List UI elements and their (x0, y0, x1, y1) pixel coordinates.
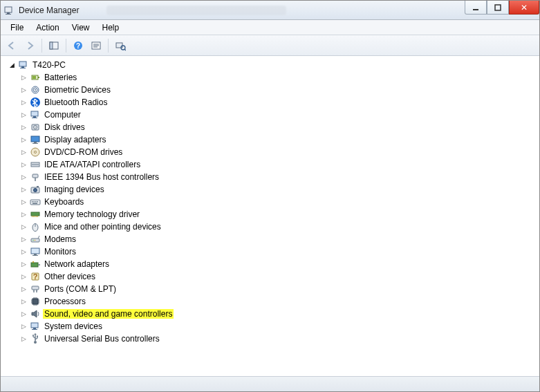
expand-arrow-icon[interactable]: ▷ (19, 223, 28, 231)
tree-node-label: Ports (COM & LPT) (43, 284, 118, 294)
expand-arrow-icon[interactable]: ▷ (19, 210, 28, 218)
menu-help[interactable]: Help (97, 21, 125, 34)
tree-root-node[interactable]: ◢ T420-PC (6, 59, 534, 71)
svg-rect-28 (32, 118, 37, 118)
tree-pane[interactable]: ◢ T420-PC ▷ Batteries ▷ Biometric Device… (1, 56, 539, 376)
show-hide-console-tree-button[interactable] (46, 37, 62, 54)
svg-rect-4 (495, 5, 501, 10)
expand-arrow-icon[interactable]: ▷ (19, 173, 28, 181)
maximize-button[interactable] (487, 1, 509, 15)
tree-node[interactable]: ▷ Universal Serial Bus controllers (18, 333, 534, 345)
tree-node[interactable]: ▷ Processors (18, 295, 534, 308)
menu-view[interactable]: View (66, 21, 95, 34)
expand-arrow-icon[interactable]: ▷ (19, 260, 28, 268)
tree-node[interactable]: ▷ Memory technology driver (18, 208, 534, 221)
tree-node-label: T420-PC (31, 60, 67, 70)
expand-arrow-icon[interactable]: ▷ (19, 235, 28, 243)
expand-arrow-icon[interactable]: ▷ (19, 310, 28, 318)
tree-node[interactable]: ▷ Sound, video and game controllers (18, 308, 534, 320)
modem-icon (30, 234, 41, 245)
network-icon (30, 259, 41, 270)
expand-arrow-icon[interactable]: ▷ (19, 136, 28, 144)
tree-node[interactable]: ▷ Keyboards (18, 196, 534, 208)
tree-node[interactable]: ▷ Modems (18, 233, 534, 245)
tree-node-label: Disk drives (43, 122, 86, 132)
tree-node[interactable]: ▷ Mice and other pointing devices (18, 221, 534, 233)
svg-point-24 (35, 89, 36, 91)
svg-rect-89 (31, 323, 38, 328)
svg-rect-49 (32, 201, 33, 203)
svg-rect-51 (35, 201, 37, 203)
svg-rect-2 (6, 14, 11, 15)
expand-arrow-icon[interactable]: ▷ (19, 98, 28, 106)
expand-arrow-icon[interactable]: ▷ (19, 335, 28, 343)
tree-node[interactable]: ▷ IDE ATA/ATAPI controllers (18, 158, 534, 171)
expand-arrow-icon[interactable]: ▷ (19, 285, 28, 293)
expand-arrow-icon[interactable]: ▷ (19, 198, 28, 206)
tree-node[interactable]: ▷ IEEE 1394 Bus host controllers (18, 171, 534, 183)
expand-arrow-icon[interactable]: ▷ (19, 248, 28, 256)
expand-arrow-icon[interactable]: ▷ (19, 123, 28, 131)
back-button[interactable] (3, 37, 20, 54)
svg-rect-66 (34, 254, 37, 255)
tree-node[interactable]: ▷ Imaging devices (18, 183, 534, 196)
svg-rect-34 (32, 143, 38, 144)
tree-node-label: Mice and other pointing devices (43, 222, 162, 232)
tree-node[interactable]: ▷ Bluetooth Radios (18, 96, 534, 109)
sound-icon (30, 308, 41, 319)
expand-arrow-icon[interactable]: ▷ (19, 86, 28, 94)
svg-rect-0 (5, 7, 12, 12)
svg-point-31 (35, 127, 35, 127)
svg-rect-95 (37, 336, 38, 337)
svg-rect-26 (31, 111, 38, 116)
scan-hardware-button[interactable] (112, 37, 129, 54)
tree-node[interactable]: ▷ Biometric Devices (18, 84, 534, 96)
battery-icon (30, 72, 41, 83)
window-title: Device Manager (19, 6, 79, 15)
minimize-button[interactable] (465, 1, 487, 15)
expand-arrow-icon[interactable]: ◢ (8, 61, 16, 69)
expand-arrow-icon[interactable]: ▷ (19, 160, 28, 169)
expand-arrow-icon[interactable]: ▷ (19, 297, 28, 306)
tree-node[interactable]: ▷ Display adapters (18, 133, 534, 146)
help-button[interactable]: ? (70, 37, 86, 54)
toolbar: ? (1, 35, 539, 56)
properties-button[interactable] (88, 37, 104, 54)
device-manager-icon (3, 5, 15, 16)
svg-rect-53 (32, 203, 37, 205)
keyboard-icon (30, 196, 41, 207)
expand-arrow-icon[interactable]: ▷ (19, 111, 28, 119)
tree-node[interactable]: ▷ System devices (18, 320, 534, 333)
tree-node[interactable]: ▷ Network adapters (18, 258, 534, 270)
biometric-icon (30, 84, 41, 95)
expand-arrow-icon[interactable]: ▷ (19, 322, 28, 330)
bluetooth-icon (30, 97, 41, 108)
tree-node[interactable]: ▷ Disk drives (18, 121, 534, 133)
svg-point-46 (34, 189, 37, 192)
imaging-icon (30, 184, 41, 195)
tree-node-label: Universal Serial Bus controllers (43, 334, 161, 344)
forward-button[interactable] (21, 37, 38, 54)
close-button[interactable]: ✕ (509, 1, 539, 15)
menu-file[interactable]: File (5, 21, 29, 34)
tree-node[interactable]: ▷ Monitors (18, 245, 534, 258)
statusbar (1, 376, 539, 391)
expand-arrow-icon[interactable]: ▷ (19, 73, 28, 82)
processor-icon (30, 296, 41, 307)
expand-arrow-icon[interactable]: ▷ (19, 185, 28, 194)
expand-arrow-icon[interactable]: ▷ (19, 148, 28, 156)
svg-point-36 (35, 151, 37, 153)
tree-node[interactable]: ▷ DVD/CD-ROM drives (18, 146, 534, 158)
tree-node[interactable]: ▷ Ports (COM & LPT) (18, 283, 534, 295)
tree-node[interactable]: ▷ Batteries (18, 71, 534, 84)
menubar: File Action View Help (1, 20, 539, 35)
menu-action[interactable]: Action (30, 21, 64, 34)
monitor-icon (30, 246, 41, 257)
expand-arrow-icon[interactable]: ▷ (19, 272, 28, 281)
tree-node[interactable]: ▷ Computer (18, 109, 534, 121)
tree-node-label: Monitors (43, 247, 77, 256)
toolbar-separator (41, 39, 42, 53)
tree-node[interactable]: ▷ ? Other devices (18, 270, 534, 283)
disk-icon (30, 122, 41, 133)
svg-rect-16 (19, 62, 26, 66)
